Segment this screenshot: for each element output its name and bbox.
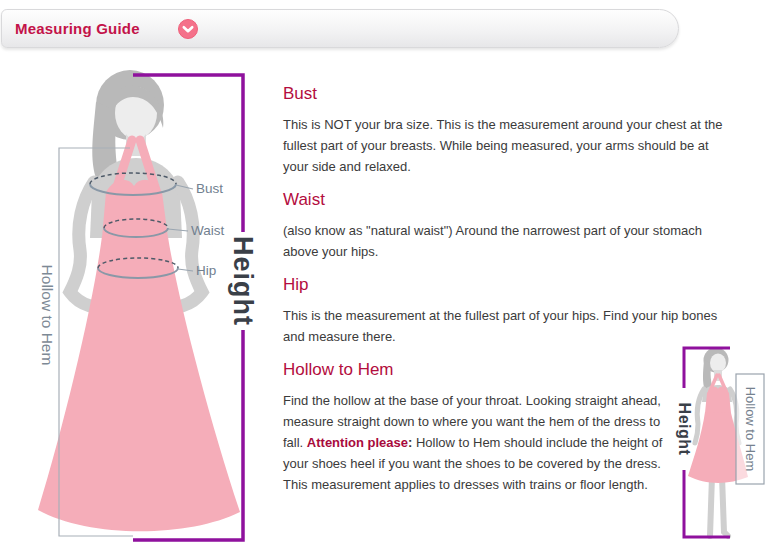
- figure-left-leg: [710, 476, 712, 536]
- attention-label: Attention please: [307, 435, 408, 450]
- measuring-guide-header[interactable]: Measuring Guide: [1, 9, 679, 48]
- bust-description: This is NOT your bra size. This is the m…: [283, 114, 725, 177]
- dress-bodice: [705, 387, 731, 413]
- page-title: Measuring Guide: [15, 20, 140, 37]
- waist-description: (also know as "natural waist") Around th…: [283, 220, 725, 262]
- height-label: Height: [228, 236, 258, 326]
- hollow-to-hem-label: Hollow to Hem: [743, 387, 758, 472]
- chevron-down-icon[interactable]: [178, 19, 198, 39]
- waist-heading: Waist: [283, 190, 725, 210]
- hip-label: Hip: [196, 263, 216, 278]
- bust-heading: Bust: [283, 84, 725, 104]
- height-label: Height: [676, 403, 693, 456]
- figure-face: [710, 354, 726, 373]
- hollow-to-hem-label: Hollow to Hem: [39, 265, 56, 366]
- figure-right-leg: [722, 476, 728, 536]
- measurement-diagram-small: Hollow to Hem Height: [658, 338, 776, 553]
- hip-heading: Hip: [283, 275, 725, 295]
- hollow-to-hem-description: Find the hollow at the base of your thro…: [283, 390, 673, 495]
- bust-label: Bust: [196, 181, 223, 196]
- measurement-diagram-large: Bust Waist Hip Hollow to Hem Height: [30, 60, 260, 553]
- waist-label: Waist: [191, 223, 224, 238]
